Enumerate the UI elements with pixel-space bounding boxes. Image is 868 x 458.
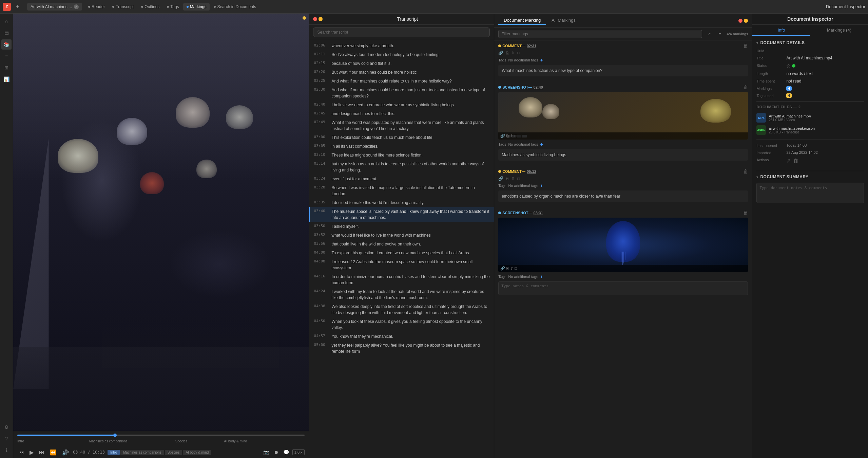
transcript-row[interactable]: 02:25And what if our machines could rela… bbox=[309, 77, 494, 86]
sidebar-list-icon[interactable]: ≡ bbox=[1, 51, 12, 61]
action-share-1[interactable]: ⇧ bbox=[511, 51, 515, 55]
transcript-row[interactable]: 03:35I decided to make this world I'm de… bbox=[309, 198, 494, 207]
play-button[interactable]: ▶ bbox=[28, 448, 35, 457]
overlay-link-2[interactable]: 🔗 bbox=[500, 266, 505, 271]
sidebar-help-icon[interactable]: ? bbox=[1, 434, 12, 444]
action-tag-3[interactable]: □ bbox=[517, 176, 520, 181]
marking-type-screenshot-1[interactable]: SCREENSHOT— 02:40 bbox=[498, 85, 543, 89]
comment-delete-1[interactable]: 🗑 bbox=[743, 43, 748, 49]
sidebar-library-icon[interactable]: 📚 bbox=[1, 39, 12, 50]
screenshot-delete-1[interactable]: 🗑 bbox=[743, 85, 748, 90]
forward-button[interactable]: ⏭ bbox=[38, 448, 46, 457]
transcript-search-input[interactable] bbox=[313, 28, 490, 37]
transcript-row[interactable]: 03:50I asked myself. bbox=[309, 222, 494, 231]
sidebar-chart-icon[interactable]: 📊 bbox=[1, 74, 12, 84]
transcript-row[interactable]: 04:16In order to minimize our human cent… bbox=[309, 272, 494, 287]
transcript-row[interactable]: 03:05in all its vast complexities. bbox=[309, 142, 494, 151]
comment-delete-2[interactable]: 🗑 bbox=[743, 169, 748, 174]
action-trash-btn[interactable]: 🗑 bbox=[793, 158, 799, 164]
comment-time-2[interactable]: 05:12 bbox=[527, 169, 536, 173]
transcript-row[interactable]: 04:50When you look at these Arabs, it gi… bbox=[309, 317, 494, 332]
add-tag-btn-1[interactable]: + bbox=[540, 57, 543, 63]
tab-search[interactable]: Search in Documents bbox=[210, 3, 259, 11]
overlay-link-1[interactable]: 🔗 bbox=[500, 134, 505, 138]
tab-all-markings[interactable]: All Markings bbox=[546, 16, 581, 25]
chapter-seg-ai[interactable]: AI body & mind bbox=[183, 450, 211, 455]
document-details-header[interactable]: ▾ Document Details bbox=[756, 40, 864, 45]
marking-type-comment-1[interactable]: COMMENT— 02:31 bbox=[498, 44, 536, 48]
transcript-row[interactable]: 03:52what would it feel like to live in … bbox=[309, 231, 494, 240]
transcript-row[interactable]: 04:24I worked with my team to look at th… bbox=[309, 287, 494, 302]
sidebar-grid-icon[interactable]: ⊞ bbox=[1, 62, 12, 73]
transcript-row[interactable]: 04:08I released 12 Arabs into the museum… bbox=[309, 257, 494, 272]
action-copy-3[interactable]: ⎘ bbox=[506, 176, 508, 181]
inspector-tab-info[interactable]: Info bbox=[752, 25, 810, 36]
transcript-row[interactable]: 03:14but my mission as an artist is to c… bbox=[309, 160, 494, 175]
progress-bar-container[interactable] bbox=[17, 433, 305, 438]
filter-export-btn[interactable]: ↗ bbox=[705, 30, 713, 38]
action-tag-1[interactable]: □ bbox=[517, 51, 520, 55]
speed-button[interactable]: 1.0 x bbox=[292, 449, 305, 455]
add-tab-button[interactable]: + bbox=[14, 3, 22, 11]
doc-tab-close[interactable]: ✕ bbox=[74, 4, 79, 9]
tab-document-marking[interactable]: Document Marking bbox=[498, 16, 546, 25]
add-tag-btn-4[interactable]: + bbox=[540, 274, 543, 279]
transcript-row[interactable]: 02:45and design machines to reflect this… bbox=[309, 109, 494, 118]
transcript-row[interactable]: 03:28So when I was invited to imagine a … bbox=[309, 183, 494, 198]
chapter-seg-companions[interactable]: Machines as companions bbox=[120, 450, 164, 455]
video-area[interactable] bbox=[13, 14, 309, 431]
marking-type-screenshot-2[interactable]: SCREENSHOT— 08:31 bbox=[498, 211, 543, 215]
chapter-seg-species[interactable]: Species bbox=[165, 450, 182, 455]
transcript-row[interactable]: 02:06whenever we simply take a breath. bbox=[309, 41, 494, 50]
document-tab[interactable]: Art with AI machines.... ✕ bbox=[27, 3, 82, 11]
transcript-row[interactable]: 03:24even if just for a moment. bbox=[309, 175, 494, 183]
transcript-row[interactable]: 03:10These ideas might sound like mere s… bbox=[309, 151, 494, 160]
overlay-copy-2[interactable]: ⎘ bbox=[506, 266, 509, 271]
screenshot-time-1[interactable]: 02:40 bbox=[534, 85, 543, 89]
overlay-copy-1[interactable]: ⎘ bbox=[506, 134, 509, 138]
transcript-row[interactable]: 04:57You know that they're mechanical. bbox=[309, 332, 494, 341]
sidebar-workspace-icon[interactable]: ▤ bbox=[1, 28, 12, 38]
overlay-share-2[interactable]: ⇧ bbox=[510, 266, 513, 271]
screenshot-delete-2[interactable]: 🗑 bbox=[743, 210, 748, 216]
overlay-tag-2[interactable]: □ bbox=[515, 266, 517, 271]
skip-back-button[interactable]: ⏪ bbox=[49, 448, 58, 457]
transcript-minimize-btn[interactable] bbox=[319, 17, 323, 21]
inspector-tab-markings[interactable]: Markings (4) bbox=[810, 25, 868, 36]
action-link-1[interactable]: 🔗 bbox=[498, 51, 503, 55]
filter-input[interactable] bbox=[498, 30, 702, 38]
document-summary-input[interactable] bbox=[756, 183, 864, 203]
sidebar-home-icon[interactable]: ⌂ bbox=[1, 16, 12, 26]
comment-icon-btn[interactable]: 💬 bbox=[282, 448, 290, 456]
transcript-row[interactable]: 02:30And what if our machines could be m… bbox=[309, 86, 494, 100]
action-share-3[interactable]: ⇧ bbox=[511, 176, 515, 181]
markings-minimize-btn[interactable] bbox=[744, 19, 748, 23]
transcript-row[interactable]: 03:56that could live in the wild and evo… bbox=[309, 240, 494, 249]
progress-track[interactable] bbox=[17, 435, 305, 436]
add-tag-btn-2[interactable]: + bbox=[540, 142, 543, 147]
transcript-row[interactable]: 02:15because of how cold and flat it is. bbox=[309, 59, 494, 68]
marking-type-comment-2[interactable]: COMMENT— 05:12 bbox=[498, 169, 536, 173]
screenshot-time-2[interactable]: 08:31 bbox=[534, 211, 543, 215]
tab-transcript[interactable]: Transcript bbox=[109, 3, 137, 11]
document-summary-header[interactable]: ▾ Document Summary bbox=[756, 175, 864, 179]
add-tag-btn-3[interactable]: + bbox=[540, 183, 543, 188]
action-copy-1[interactable]: ⎘ bbox=[506, 51, 508, 55]
transcript-row[interactable]: 02:20But what if our machines could be m… bbox=[309, 68, 494, 77]
marking-note-textarea-4[interactable] bbox=[498, 281, 748, 295]
transcript-row-active[interactable]: 03:40The museum space is incredibly vast… bbox=[309, 207, 494, 222]
action-export-btn[interactable]: ↗ bbox=[786, 158, 791, 164]
sidebar-info-icon[interactable]: ℹ bbox=[1, 445, 12, 455]
tab-outlines[interactable]: Outlines bbox=[138, 3, 163, 11]
transcript-row[interactable]: 02:49What if the world was populated by … bbox=[309, 118, 494, 133]
transcript-row[interactable]: 02:11So I've always found modern technol… bbox=[309, 50, 494, 59]
sidebar-settings-icon[interactable]: ⚙ bbox=[1, 422, 12, 432]
transcript-row[interactable]: 02:40I believe we need to embrace who we… bbox=[309, 100, 494, 109]
comment-time-1[interactable]: 02:31 bbox=[527, 44, 536, 48]
rewind-button[interactable]: ⏮ bbox=[17, 448, 25, 457]
transcript-close-btn[interactable] bbox=[313, 17, 317, 21]
action-link-3[interactable]: 🔗 bbox=[498, 176, 503, 181]
volume-button[interactable]: 🔊 bbox=[61, 448, 70, 457]
tab-tags[interactable]: Tags bbox=[163, 3, 182, 11]
transcript-row[interactable]: 04:38We also looked deeply into the fiel… bbox=[309, 302, 494, 317]
